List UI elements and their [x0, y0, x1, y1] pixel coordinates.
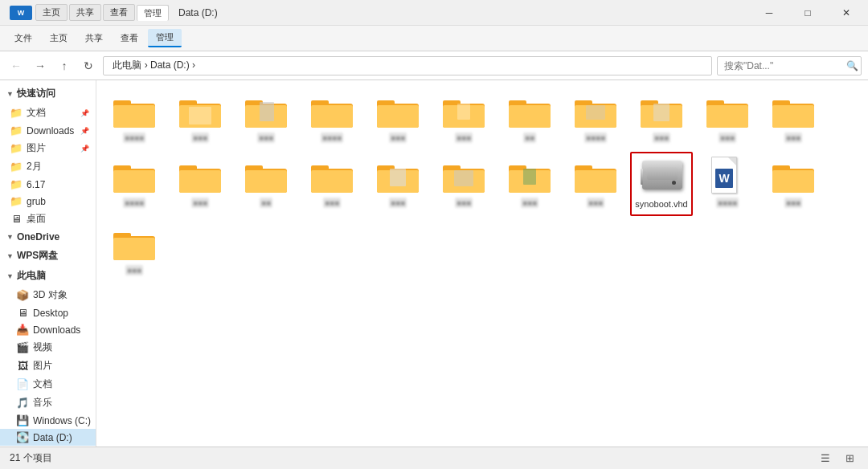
file-item[interactable]: ■■■	[169, 152, 231, 216]
file-label: ■■■	[455, 133, 473, 143]
sidebar-item-grub[interactable]: 📁 grub	[0, 193, 96, 210]
file-item[interactable]: ■■■	[366, 87, 429, 149]
sidebar-label: 视频	[33, 341, 52, 354]
svg-rect-23	[509, 105, 551, 128]
address-input[interactable]	[103, 56, 712, 75]
sidebar-item-documents[interactable]: 📁 文档 📌	[0, 104, 96, 122]
maximize-button[interactable]: □	[789, 2, 826, 24]
close-button[interactable]: ✕	[828, 2, 865, 24]
file-label: ■■■	[323, 198, 341, 208]
search-icon[interactable]: 🔍	[846, 60, 858, 71]
svg-rect-34	[706, 105, 748, 128]
sidebar-item-datad[interactable]: 💽 Data (D:)	[0, 429, 96, 446]
pic-icon: 🖼	[16, 360, 29, 372]
nav-back[interactable]: ←	[6, 56, 26, 75]
ribbon-view[interactable]: 查看	[113, 30, 146, 47]
thispc-group[interactable]: ▼ 此电脑	[0, 266, 96, 286]
logo-box: W	[10, 6, 32, 20]
file-item[interactable]: ■■	[235, 152, 297, 216]
sidebar-item-video[interactable]: 🎬 视频	[0, 338, 96, 357]
file-item[interactable]: ■■■	[564, 152, 627, 216]
folder-icon	[311, 92, 353, 131]
ribbon-manage[interactable]: 管理	[148, 29, 182, 47]
file-item[interactable]: ■■■	[366, 152, 429, 216]
onedrive-group[interactable]: ▼ OneDrive	[0, 228, 96, 246]
file-item-word[interactable]: W ■■■■	[696, 152, 759, 216]
folder-icon: 📁	[10, 142, 23, 154]
file-item[interactable]: ■■	[498, 87, 561, 149]
sidebar-item-desktop-pc[interactable]: 🖥 Desktop	[0, 304, 96, 321]
onedrive-label: OneDrive	[17, 231, 59, 243]
file-label: ■■■	[587, 198, 604, 208]
ribbon-file[interactable]: 文件	[6, 30, 40, 47]
minimize-button[interactable]: ─	[751, 2, 788, 24]
svg-rect-46	[245, 170, 287, 193]
tab-main[interactable]: 主页	[35, 4, 68, 21]
view-list-button[interactable]: ☰	[817, 450, 834, 467]
file-item[interactable]: ■■■	[169, 87, 231, 149]
sidebar-label: Downloads	[33, 324, 80, 336]
file-item[interactable]: ■■■	[235, 87, 297, 149]
ribbon-home[interactable]: 主页	[42, 30, 76, 47]
file-item[interactable]: ■■■	[432, 87, 495, 149]
nav-forward[interactable]: →	[31, 56, 50, 75]
file-item[interactable]: ■■■	[762, 87, 825, 149]
sidebar-label: 6.17	[27, 179, 45, 190]
file-item[interactable]: ■■■	[498, 152, 561, 216]
folder-icon: 📁	[10, 178, 23, 190]
sidebar-item-docs-pc[interactable]: 📄 文档	[0, 375, 96, 394]
file-label: ■■■■	[584, 133, 607, 143]
wps-group[interactable]: ▼ WPS网盘	[0, 246, 96, 266]
svg-rect-57	[454, 170, 473, 186]
sidebar-item-winc[interactable]: 💾 Windows (C:)	[0, 412, 96, 429]
status-bar: 21 个项目 ☰ ⊞	[0, 447, 868, 469]
file-item[interactable]: ■■■	[432, 152, 495, 216]
sidebar-label: 2月	[27, 160, 42, 173]
sidebar-item-617[interactable]: 📁 6.17	[0, 176, 96, 193]
drive-icon: 💽	[16, 431, 29, 443]
nav-up[interactable]: ↑	[55, 56, 74, 75]
folder-icon	[113, 92, 155, 131]
folder-icon: 🖥	[10, 213, 23, 225]
folder-icon	[245, 92, 287, 131]
folder-icon	[245, 157, 287, 196]
ribbon-share[interactable]: 共享	[77, 30, 111, 47]
toolbar-logo: W	[10, 6, 32, 20]
wps-label: WPS网盘	[17, 249, 58, 263]
file-item[interactable]: ■■■	[103, 219, 166, 281]
sidebar-item-3d[interactable]: 📦 3D 对象	[0, 286, 96, 304]
music-icon: 🎵	[16, 397, 29, 409]
file-item[interactable]: ■■■■	[103, 87, 166, 149]
file-item[interactable]: ■■■■	[301, 87, 363, 149]
file-item-synoboot[interactable]: synoboot.vhd	[630, 152, 693, 216]
file-item[interactable]: ■■■	[630, 87, 693, 149]
sidebar-item-music[interactable]: 🎵 音乐	[0, 394, 96, 412]
file-grid: ■■■■ ■■■	[103, 87, 862, 281]
sidebar-item-2yue[interactable]: 📁 2月	[0, 157, 96, 176]
sidebar-label: grub	[27, 196, 46, 207]
sidebar-item-desktop-quick[interactable]: 🖥 桌面	[0, 210, 96, 228]
sidebar-item-pictures-pc[interactable]: 🖼 图片	[0, 357, 96, 375]
file-item[interactable]: ■■■	[762, 152, 825, 216]
svg-rect-67	[772, 170, 814, 193]
sidebar-item-downloads[interactable]: 📁 Downloads 📌	[0, 122, 96, 139]
tab-share[interactable]: 共享	[69, 4, 101, 21]
file-item[interactable]: ■■■■	[564, 87, 627, 149]
quick-access-group[interactable]: ▼ 快速访问	[0, 84, 96, 104]
search-input[interactable]	[717, 56, 862, 75]
folder-icon	[179, 92, 221, 131]
sidebar-label: 音乐	[33, 396, 52, 410]
video-icon: 🎬	[16, 341, 29, 353]
svg-rect-64	[575, 170, 616, 193]
sidebar-item-downloads-pc[interactable]: 📥 Downloads	[0, 321, 96, 338]
tab-manage[interactable]: 管理	[137, 5, 169, 21]
file-item[interactable]: ■■■	[301, 152, 363, 216]
view-grid-button[interactable]: ⊞	[841, 450, 858, 467]
file-item[interactable]: ■■■■	[103, 152, 166, 216]
tab-view[interactable]: 查看	[103, 4, 135, 21]
sidebar-item-pictures[interactable]: 📁 图片 📌	[0, 139, 96, 157]
file-item[interactable]: ■■■	[696, 87, 759, 149]
network-group[interactable]: ▼ 网络	[0, 446, 96, 447]
status-right: ☰ ⊞	[817, 450, 858, 467]
nav-refresh[interactable]: ↻	[79, 56, 98, 75]
